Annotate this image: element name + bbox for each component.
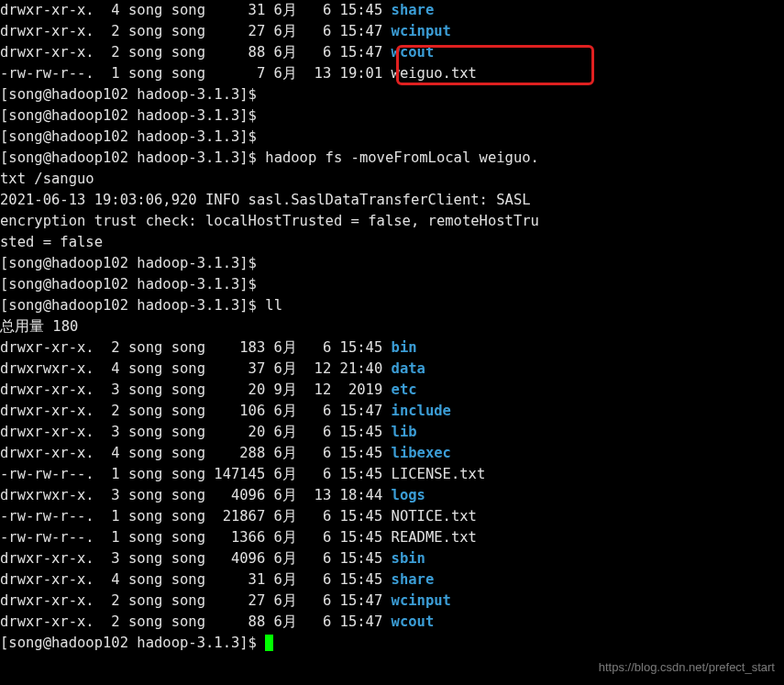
file-name: README.txt [392, 529, 477, 546]
terminal-output[interactable]: drwxr-xr-x. 4 song song 31 6月 6 15:45 sh… [0, 0, 784, 654]
file-name: wcout [392, 44, 435, 61]
file-name: wcinput [392, 23, 451, 39]
file-name: etc [392, 381, 417, 398]
ls-row: drwxr-xr-x. 2 song song 183 6月 6 15:45 b… [0, 337, 784, 359]
ls-row: drwxr-xr-x. 2 song song 27 6月 6 15:47 wc… [0, 21, 784, 42]
file-name: weiguo.txt [392, 65, 477, 82]
ls-row: drwxr-xr-x. 2 song song 106 6月 6 15:47 i… [0, 401, 784, 422]
file-name: wcout [392, 613, 435, 630]
ls-row: drwxrwxr-x. 4 song song 37 6月 12 21:40 d… [0, 359, 784, 380]
prompt-line: [song@hadoop102 hadoop-3.1.3]$ [0, 127, 784, 148]
file-name: LICENSE.txt [392, 466, 486, 482]
file-name: wcinput [392, 592, 451, 609]
file-name: lib [392, 424, 417, 440]
prompt-line-active[interactable]: [song@hadoop102 hadoop-3.1.3]$ [0, 633, 784, 654]
file-name: NOTICE.txt [392, 508, 477, 525]
file-name: share [392, 2, 435, 18]
total-line: 总用量 180 [0, 316, 784, 337]
cursor [265, 635, 273, 651]
ls-row: -rw-rw-r--. 1 song song 1366 6月 6 15:45 … [0, 527, 784, 548]
ls-row: drwxr-xr-x. 2 song song 88 6月 6 15:47 wc… [0, 612, 784, 633]
prompt-line: [song@hadoop102 hadoop-3.1.3]$ [0, 253, 784, 274]
ls-row: drwxr-xr-x. 3 song song 20 9月 12 2019 et… [0, 380, 784, 401]
file-name: bin [392, 339, 417, 356]
ls-row: drwxr-xr-x. 3 song song 4096 6月 6 15:45 … [0, 548, 784, 569]
file-name: share [392, 571, 435, 588]
ls-row: drwxr-xr-x. 2 song song 27 6月 6 15:47 wc… [0, 591, 784, 612]
file-name: logs [392, 487, 425, 503]
prompt-line: [song@hadoop102 hadoop-3.1.3]$ hadoop fs… [0, 148, 784, 169]
prompt-line: [song@hadoop102 hadoop-3.1.3]$ [0, 84, 784, 105]
ls-row: drwxr-xr-x. 2 song song 88 6月 6 15:47 wc… [0, 42, 784, 63]
file-name: include [392, 403, 451, 419]
file-name: data [392, 360, 425, 377]
ls-row: -rw-rw-r--. 1 song song 21867 6月 6 15:45… [0, 506, 784, 527]
prompt-line: [song@hadoop102 hadoop-3.1.3]$ [0, 105, 784, 127]
ls-row: drwxr-xr-x. 3 song song 20 6月 6 15:45 li… [0, 422, 784, 443]
log-line: encryption trust check: localHostTrusted… [0, 211, 784, 232]
ls-row: -rw-rw-r--. 1 song song 147145 6月 6 15:4… [0, 464, 784, 485]
cmd-continuation: txt /sanguo [0, 169, 784, 190]
ls-row: drwxr-xr-x. 4 song song 31 6月 6 15:45 sh… [0, 569, 784, 591]
ls-row: drwxr-xr-x. 4 song song 288 6月 6 15:45 l… [0, 443, 784, 464]
ls-row: drwxrwxr-x. 3 song song 4096 6月 13 18:44… [0, 485, 784, 506]
watermark-text: https://blog.csdn.net/prefect_start [599, 657, 775, 678]
file-name: sbin [392, 550, 425, 567]
file-name: libexec [392, 445, 451, 461]
prompt-line: [song@hadoop102 hadoop-3.1.3]$ [0, 274, 784, 295]
ls-row: -rw-rw-r--. 1 song song 7 6月 13 19:01 we… [0, 63, 784, 84]
ls-row: drwxr-xr-x. 4 song song 31 6月 6 15:45 sh… [0, 0, 784, 21]
log-line: sted = false [0, 232, 784, 253]
prompt-line: [song@hadoop102 hadoop-3.1.3]$ ll [0, 295, 784, 316]
log-line: 2021-06-13 19:03:06,920 INFO sasl.SaslDa… [0, 190, 784, 211]
